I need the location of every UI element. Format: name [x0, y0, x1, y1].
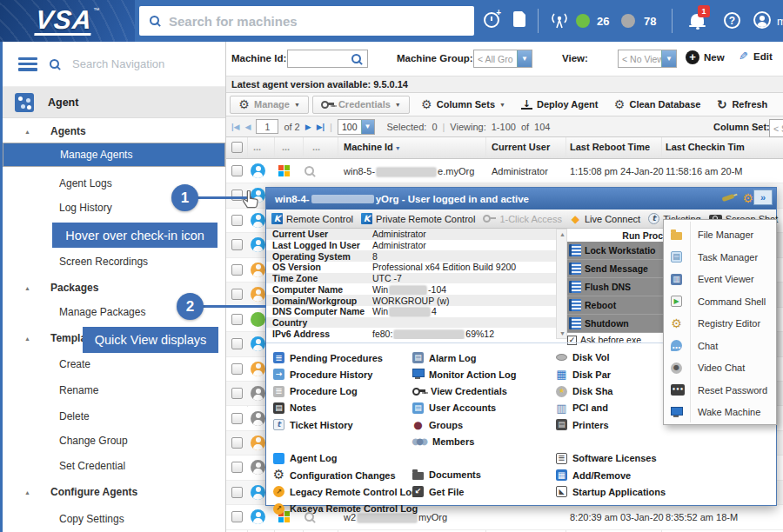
- pending-procedures-link[interactable]: Pending Procedures: [273, 352, 383, 363]
- credentials-button[interactable]: Credentials▼: [312, 96, 410, 114]
- procedure-log-link[interactable]: Procedure Log: [273, 386, 358, 397]
- sidebar-item-delete[interactable]: Delete: [3, 405, 225, 428]
- collapse-arrow-icon[interactable]: ▲: [24, 336, 30, 342]
- menu-item-task-manager[interactable]: Task Manager: [664, 246, 776, 269]
- add-remove-link[interactable]: Add/Remove: [556, 469, 631, 481]
- row-checkbox[interactable]: [231, 338, 243, 349]
- page-input[interactable]: 1: [256, 119, 278, 134]
- row-checkbox[interactable]: [231, 413, 243, 424]
- column-header-machine-id[interactable]: Machine Id ▼: [344, 142, 401, 152]
- document-icon[interactable]: [513, 11, 525, 27]
- user-avatar-icon[interactable]: [753, 11, 771, 29]
- row-checkbox[interactable]: [231, 239, 243, 250]
- toolbar-overflow-button[interactable]: »: [753, 190, 773, 205]
- chevron-down-icon[interactable]: ▼: [661, 50, 676, 67]
- sidebar-item-manage-agents[interactable]: Manage Agents: [3, 143, 225, 167]
- row-checkbox[interactable]: [231, 363, 243, 375]
- checkin-status-icon[interactable]: [251, 411, 265, 426]
- checkin-status-icon[interactable]: [251, 263, 265, 277]
- notes-link[interactable]: Notes: [273, 402, 317, 414]
- checkin-status-icon[interactable]: [251, 460, 265, 475]
- legacy-rc-log-link[interactable]: Legacy Remote Control Log: [273, 486, 418, 497]
- gear-icon[interactable]: ⚙: [742, 191, 753, 205]
- disk-partitions-link[interactable]: Disk Par: [556, 369, 611, 380]
- sidebar-item-rename[interactable]: Rename: [3, 379, 225, 402]
- first-page-button[interactable]: |◀: [231, 123, 239, 131]
- run-procedure-shutdown[interactable]: Shutdown: [567, 315, 663, 333]
- last-page-button[interactable]: ▶|: [317, 123, 325, 131]
- column-header-last-checkin[interactable]: Last Checkin Tim: [666, 142, 745, 152]
- pci-link[interactable]: PCI and: [556, 402, 608, 414]
- menu-item-file-manager[interactable]: File Manager: [664, 223, 776, 246]
- sidebar-item-create[interactable]: Create: [3, 353, 225, 376]
- online-status-dot[interactable]: [576, 14, 590, 28]
- sidebar-item-copy-settings[interactable]: Copy Settings: [3, 508, 225, 530]
- checkin-status-icon[interactable]: [251, 312, 265, 327]
- monitor-action-log-link[interactable]: Monitor Action Log: [412, 369, 516, 380]
- checkin-status-icon[interactable]: [251, 386, 265, 401]
- sidebar-item-configure-agents[interactable]: ▲Configure Agents: [3, 481, 225, 503]
- run-procedure-reboot[interactable]: Reboot: [567, 296, 663, 315]
- user-accounts-link[interactable]: User Accounts: [412, 402, 496, 414]
- alarm-log-link[interactable]: Alarm Log: [412, 352, 476, 363]
- disk-shares-link[interactable]: Disk Sha: [556, 386, 612, 397]
- help-icon[interactable]: ?: [724, 12, 740, 29]
- scheduler-icon[interactable]: [484, 12, 499, 28]
- live-connect-button[interactable]: Live Connect: [570, 213, 640, 224]
- next-page-button[interactable]: ▶: [305, 123, 311, 131]
- remote-control-button[interactable]: Remote Control: [271, 213, 353, 224]
- new-view-button[interactable]: +New: [686, 50, 725, 64]
- row-checkbox[interactable]: [231, 487, 243, 498]
- checkin-status-icon[interactable]: [251, 336, 265, 351]
- collapse-arrow-icon[interactable]: ▲: [24, 285, 30, 291]
- notifications-bell-icon[interactable]: 1: [691, 14, 704, 25]
- manage-button[interactable]: Manage▼: [230, 96, 309, 114]
- agent-log-link[interactable]: Agent Log: [273, 453, 337, 464]
- clean-database-button[interactable]: Clean Database: [606, 96, 708, 113]
- menu-item-wake-machine[interactable]: Wake Machine: [664, 401, 776, 423]
- view-credentials-link[interactable]: View Credentials: [412, 386, 507, 397]
- chevron-down-icon[interactable]: ▼: [517, 50, 532, 67]
- collapse-arrow-icon[interactable]: ▲: [24, 129, 30, 135]
- row-checkbox[interactable]: [231, 388, 243, 399]
- row-checkbox[interactable]: [231, 511, 243, 522]
- checkin-status-icon[interactable]: [251, 362, 265, 376]
- machine-id-input[interactable]: [287, 50, 368, 68]
- select-all-checkbox[interactable]: [231, 142, 243, 153]
- disk-volumes-link[interactable]: Disk Vol: [556, 352, 610, 362]
- checkin-status-icon[interactable]: [251, 436, 265, 450]
- edit-view-button[interactable]: Edit: [738, 50, 773, 62]
- checkin-status-icon[interactable]: [251, 509, 265, 524]
- ticket-history-link[interactable]: Ticket History: [273, 419, 353, 430]
- software-licenses-link[interactable]: Software Licenses: [556, 453, 657, 464]
- collapse-arrow-icon[interactable]: ▲: [24, 489, 30, 495]
- offline-status-dot[interactable]: [621, 14, 635, 28]
- row-checkbox[interactable]: [231, 314, 243, 325]
- vsa-logo[interactable]: VSA™: [0, 0, 135, 42]
- row-checkbox[interactable]: [231, 165, 243, 176]
- column-header-current-user[interactable]: Current User: [492, 142, 550, 152]
- menu-item-reset-password[interactable]: Reset Password: [664, 379, 776, 402]
- row-checkbox[interactable]: [231, 437, 243, 449]
- remote-control-icon[interactable]: [304, 166, 315, 176]
- checkin-status-icon[interactable]: [251, 213, 265, 228]
- scroll-up-icon[interactable]: ▲: [559, 231, 566, 237]
- details-scrollbar[interactable]: ▲▼: [556, 229, 567, 339]
- printers-link[interactable]: Printers: [556, 419, 609, 430]
- machine-id-cell[interactable]: win8-5-e.myOrg: [344, 166, 474, 176]
- run-procedure-lock-workstatio[interactable]: Lock Workstatio: [567, 242, 663, 260]
- column-set-select[interactable]: < Select a C: [769, 119, 783, 137]
- run-procedure-flush-dns[interactable]: Flush DNS: [567, 278, 663, 296]
- get-file-link[interactable]: Get File: [412, 486, 464, 497]
- row-checkbox[interactable]: [231, 215, 243, 226]
- row-checkbox[interactable]: [231, 462, 243, 473]
- view-select[interactable]: < No View ▼: [618, 50, 677, 68]
- private-remote-control-button[interactable]: Private Remote Control: [361, 213, 475, 224]
- deploy-agent-button[interactable]: Deploy Agent: [513, 96, 606, 112]
- chevron-down-icon[interactable]: ▼: [361, 120, 374, 134]
- refresh-button[interactable]: Refresh: [708, 96, 775, 113]
- members-link[interactable]: Members: [412, 436, 474, 448]
- sidebar-item-change-group[interactable]: Change Group: [3, 429, 225, 452]
- run-procedure-send-message[interactable]: Send Message: [567, 260, 663, 278]
- checkin-status-icon[interactable]: [251, 485, 265, 500]
